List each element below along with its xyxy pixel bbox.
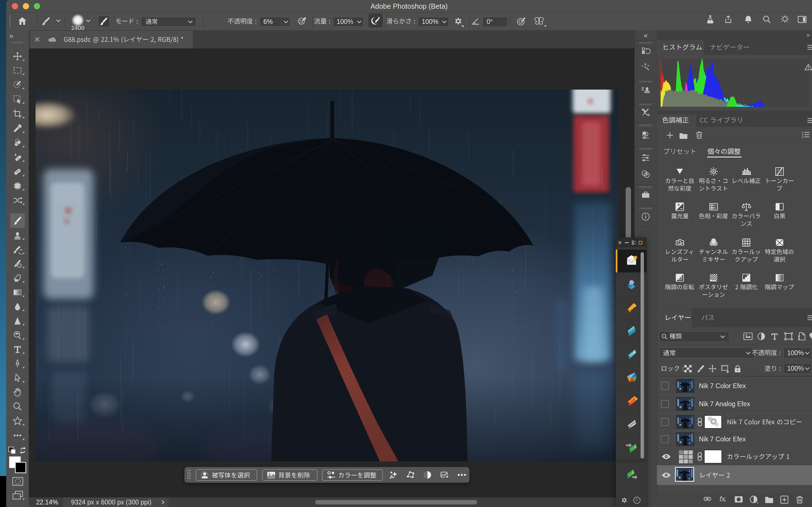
svg-text:fx: fx [719, 495, 725, 503]
svg-text:?: ? [636, 498, 638, 503]
